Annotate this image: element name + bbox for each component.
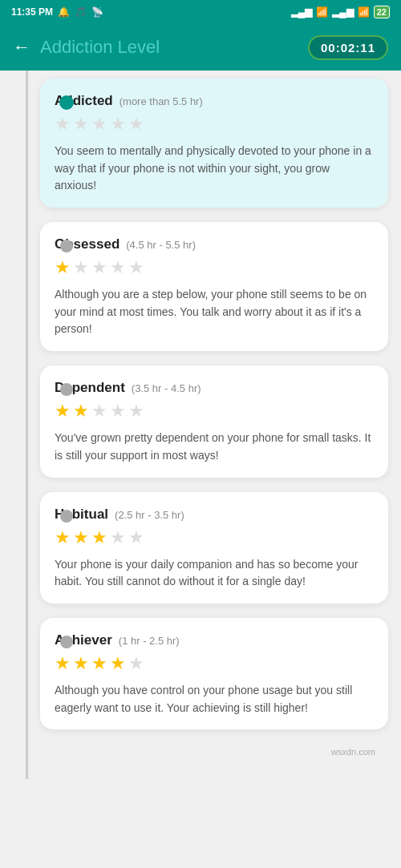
wifi2-icon: 📶 — [358, 6, 370, 18]
card-addicted: Addicted(more than 5.5 hr)★★★★★You seem … — [40, 79, 388, 208]
header-left: ← Addiction Level — [13, 37, 160, 58]
timeline-dot-dependent — [60, 383, 73, 396]
card-wrapper-habitual: Habitual(2.5 hr - 3.5 hr)★★★★★Your phone… — [40, 492, 388, 604]
card-title-row-dependent: Dependent(3.5 hr - 4.5 hr) — [55, 380, 374, 396]
star-habitual-4: ★ — [110, 527, 126, 548]
card-habitual: Habitual(2.5 hr - 3.5 hr)★★★★★Your phone… — [40, 492, 388, 604]
card-subtitle-habitual: (2.5 hr - 3.5 hr) — [115, 509, 184, 521]
star-dependent-1: ★ — [55, 401, 71, 422]
signal-icon: ▂▄▆ — [291, 6, 313, 18]
card-desc-addicted: You seem to mentally and physically devo… — [55, 143, 374, 195]
star-addicted-1: ★ — [55, 114, 71, 135]
card-subtitle-addicted: (more than 5.5 hr) — [119, 95, 203, 107]
card-subtitle-obsessed: (4.5 hr - 5.5 hr) — [126, 239, 196, 251]
timeline-dot-habitual — [60, 510, 73, 523]
star-achiever-2: ★ — [73, 653, 89, 674]
card-title-row-habitual: Habitual(2.5 hr - 3.5 hr) — [55, 507, 374, 523]
status-bar: 11:35 PM 🔔 🎵 📡 ▂▄▆ 📶 ▂▄▆ 📶 22 — [0, 0, 401, 24]
star-dependent-3: ★ — [91, 401, 107, 422]
stars-habitual: ★★★★★ — [55, 527, 374, 548]
star-dependent-2: ★ — [73, 401, 89, 422]
star-addicted-4: ★ — [110, 114, 126, 135]
card-wrapper-obsessed: Obsessed(4.5 hr - 5.5 hr)★★★★★Although y… — [40, 222, 388, 351]
star-obsessed-5: ★ — [128, 257, 144, 278]
card-wrapper-dependent: Dependent(3.5 hr - 4.5 hr)★★★★★You've gr… — [40, 365, 388, 477]
card-achiever: Achiever(1 hr - 2.5 hr)★★★★★Although you… — [40, 618, 388, 729]
card-wrapper-addicted: Addicted(more than 5.5 hr)★★★★★You seem … — [40, 79, 388, 208]
star-obsessed-2: ★ — [73, 257, 89, 278]
page-title: Addiction Level — [40, 37, 160, 58]
card-title-row-achiever: Achiever(1 hr - 2.5 hr) — [55, 632, 374, 648]
card-wrapper-achiever: Achiever(1 hr - 2.5 hr)★★★★★Although you… — [40, 618, 388, 729]
battery-indicator: 22 — [374, 6, 390, 18]
signal2-icon: ▂▄▆ — [332, 6, 354, 18]
card-subtitle-achiever: (1 hr - 2.5 hr) — [119, 635, 180, 647]
timeline-line — [26, 71, 28, 779]
star-achiever-5: ★ — [128, 653, 144, 674]
star-dependent-4: ★ — [110, 401, 126, 422]
status-right: ▂▄▆ 📶 ▂▄▆ 📶 22 — [291, 6, 390, 18]
star-dependent-5: ★ — [128, 401, 144, 422]
status-left: 11:35 PM 🔔 🎵 📡 — [11, 6, 103, 18]
stars-achiever: ★★★★★ — [55, 653, 374, 674]
content-area: Addicted(more than 5.5 hr)★★★★★You seem … — [0, 71, 401, 779]
star-achiever-4: ★ — [110, 653, 126, 674]
star-obsessed-1: ★ — [55, 257, 71, 278]
star-habitual-1: ★ — [55, 527, 71, 548]
star-addicted-5: ★ — [128, 114, 144, 135]
wifi-icon: 📶 — [316, 6, 328, 18]
watermark: wsxdn.com — [40, 744, 388, 763]
cards-container: Addicted(more than 5.5 hr)★★★★★You seem … — [40, 79, 388, 729]
back-button[interactable]: ← — [13, 37, 30, 58]
card-desc-dependent: You've grown pretty dependent on your ph… — [55, 430, 374, 464]
card-title-row-obsessed: Obsessed(4.5 hr - 5.5 hr) — [55, 236, 374, 252]
star-habitual-2: ★ — [73, 527, 89, 548]
stars-addicted: ★★★★★ — [55, 114, 374, 135]
spotify-icon: 🎵 — [75, 6, 87, 18]
bell-icon: 🔔 — [58, 6, 70, 18]
stars-dependent: ★★★★★ — [55, 401, 374, 422]
card-title-row-addicted: Addicted(more than 5.5 hr) — [55, 93, 374, 109]
star-habitual-5: ★ — [128, 527, 144, 548]
card-obsessed: Obsessed(4.5 hr - 5.5 hr)★★★★★Although y… — [40, 222, 388, 351]
card-desc-achiever: Although you have control on your phone … — [55, 682, 374, 717]
stars-obsessed: ★★★★★ — [55, 257, 374, 278]
star-achiever-1: ★ — [55, 653, 71, 674]
app-header: ← Addiction Level 00:02:11 — [0, 24, 401, 71]
card-desc-obsessed: Although you are a step below, your phon… — [55, 286, 374, 338]
star-obsessed-4: ★ — [110, 257, 126, 278]
cast-icon: 📡 — [91, 6, 103, 18]
star-addicted-3: ★ — [91, 114, 107, 135]
star-achiever-3: ★ — [91, 653, 107, 674]
star-obsessed-3: ★ — [91, 257, 107, 278]
timeline-dot-addicted — [59, 95, 74, 110]
status-time: 11:35 PM — [11, 6, 53, 18]
timeline-dot-obsessed — [60, 240, 73, 252]
timeline-dot-achiever — [60, 636, 73, 648]
star-habitual-3: ★ — [91, 527, 107, 548]
star-addicted-2: ★ — [73, 114, 89, 135]
card-subtitle-dependent: (3.5 hr - 4.5 hr) — [132, 382, 201, 394]
card-dependent: Dependent(3.5 hr - 4.5 hr)★★★★★You've gr… — [40, 365, 388, 477]
card-desc-habitual: Your phone is your daily companion and h… — [55, 556, 374, 591]
timer-badge: 00:02:11 — [308, 35, 388, 60]
